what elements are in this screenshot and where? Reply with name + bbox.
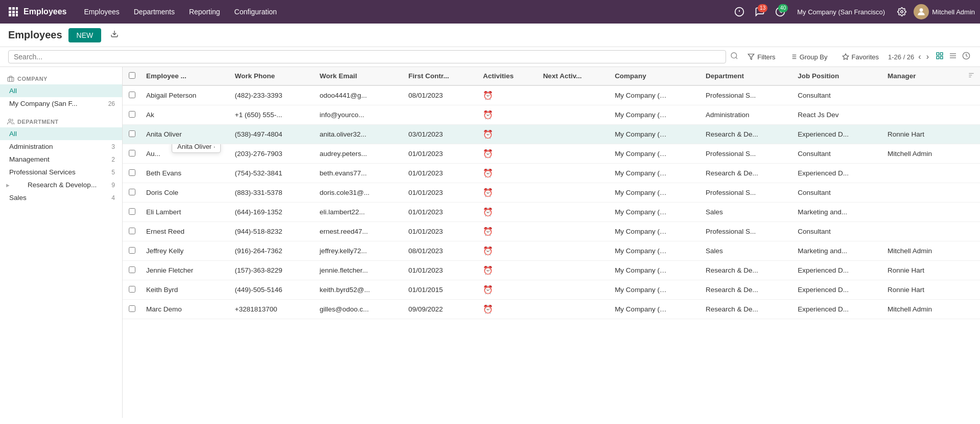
row-checkbox[interactable] [129,189,135,195]
company-section-header: COMPANY [0,72,122,84]
table-row[interactable]: Abigail Peterson (482)-233-3393 odoo4441… [123,85,980,105]
cell-manager [882,222,963,241]
cell-first-contr: 01/01/2023 [403,261,478,280]
row-checkbox[interactable] [129,150,135,157]
cell-activities: ⏰ [478,125,538,144]
cell-employee: Beth Evans [141,164,230,183]
nav-departments[interactable]: Departments [127,0,182,24]
table-row[interactable]: Ernest Reed (944)-518-8232 ernest.reed47… [123,222,980,241]
row-checkbox[interactable] [129,266,135,273]
nav-menu: Employees Departments Reporting Configur… [77,0,731,24]
favorites-button[interactable]: Favorites [837,51,884,63]
cell-dept: Research & De... [701,125,792,144]
search-icon[interactable] [730,52,738,62]
row-checkbox[interactable] [129,247,135,254]
svg-rect-4 [12,11,15,13]
avatar[interactable] [914,4,929,19]
cell-phone: (754)-532-3841 [230,164,315,183]
select-all-checkbox[interactable] [129,72,135,79]
svg-rect-25 [940,53,943,55]
filters-button[interactable]: Filters [742,51,780,63]
cell-first-contr [403,105,478,125]
user-name[interactable]: Mitchell Admin [932,8,975,16]
sidebar-dept-all[interactable]: All [0,127,122,140]
col-adjust[interactable] [963,67,980,85]
sidebar-dept-4[interactable]: Sales 4 [0,191,122,204]
cell-email: ernest.reed47... [314,222,403,241]
cell-next-activity [538,261,610,280]
row-checkbox[interactable] [129,208,135,215]
table-row[interactable]: Beth Evans (754)-532-3841 beth.evans77..… [123,164,980,183]
cell-manager [882,203,963,222]
sidebar-dept-1[interactable]: Management 2 [0,153,122,166]
svg-marker-16 [748,54,754,60]
table-row[interactable]: Ak +1 (650) 555-... info@yourco... ⏰ My … [123,105,980,125]
main-layout: COMPANY All My Company (San F... 26 DEPA… [0,67,980,418]
col-department: Department [701,67,792,85]
cell-company: My Company (… [610,164,701,183]
app-title: Employees [24,7,66,16]
cell-employee: Doris Cole [141,183,230,203]
sidebar-company-my[interactable]: My Company (San F... 26 [0,97,122,110]
search-box[interactable] [8,50,726,63]
cell-job: Consultant [792,183,882,203]
select-all-header[interactable] [123,67,141,85]
search-input[interactable] [14,53,720,61]
table-row[interactable]: Jennie Fletcher (157)-363-8229 jennie.fl… [123,261,980,280]
cell-first-contr: 01/01/2023 [403,222,478,241]
page-title: Employees [8,29,62,41]
svg-rect-6 [9,14,11,16]
support-icon[interactable] [731,3,748,20]
cell-dept: Research & De... [701,164,792,183]
table-row[interactable]: Keith Byrd (449)-505-5146 keith.byrd52@.… [123,280,980,300]
row-checkbox[interactable] [129,130,135,137]
download-button[interactable] [107,28,122,42]
cell-manager [882,183,963,203]
clock-view-icon[interactable] [961,50,972,63]
row-checkbox[interactable] [129,92,135,98]
sidebar-company-all[interactable]: All [0,84,122,97]
prev-page-button[interactable]: ‹ [917,51,922,62]
company-label[interactable]: My Company (San Francisco) [792,8,890,16]
cell-first-contr: 01/01/2023 [403,203,478,222]
sidebar-dept-0[interactable]: Administration 3 [0,140,122,153]
table-row[interactable]: Anita Oliver (538)-497-4804 anita.oliver… [123,125,980,144]
row-checkbox[interactable] [129,286,135,293]
row-checkbox[interactable] [129,111,135,118]
svg-rect-32 [8,77,14,81]
cell-email: beth.evans77... [314,164,403,183]
row-checkbox[interactable] [129,305,135,312]
group-by-button[interactable]: Group By [785,51,833,63]
table-row[interactable]: Marc Demo +3281813700 gilles@odoo.c... 0… [123,300,980,319]
row-checkbox[interactable] [129,169,135,176]
nav-reporting[interactable]: Reporting [182,0,227,24]
settings-icon[interactable] [893,3,911,20]
table-row[interactable]: Doris Cole (883)-331-5378 doris.cole31@.… [123,183,980,203]
cell-employee: Ak [141,105,230,125]
sidebar-dept-2[interactable]: Professional Services 5 [0,166,122,178]
activity-icon[interactable]: 40 [772,3,789,20]
sidebar-dept-3[interactable]: ► Research & Develop... 9 [0,178,122,191]
chat-icon[interactable]: 13 [751,3,768,20]
table-row[interactable]: Jeffrey Kelly (916)-264-7362 jeffrey.kel… [123,241,980,261]
cell-dept: Sales [701,241,792,261]
svg-point-14 [731,53,737,58]
svg-rect-8 [16,14,18,16]
kanban-view-icon[interactable] [934,50,945,63]
new-button[interactable]: NEW [68,28,102,42]
svg-marker-23 [843,54,849,59]
nav-configuration[interactable]: Configuration [227,0,284,24]
cell-company: My Company (… [610,280,701,300]
cell-activities: ⏰ [478,144,538,164]
list-view-icon[interactable] [947,50,959,63]
next-page-button[interactable]: › [925,51,930,62]
table-row[interactable]: Au... Anita Oliver · (203)-276-7903 audr… [123,144,980,164]
cell-manager: Ronnie Hart [882,125,963,144]
row-checkbox[interactable] [129,228,135,234]
nav-employees[interactable]: Employees [77,0,126,24]
grid-menu-icon[interactable] [5,4,21,20]
cell-first-contr: 01/01/2023 [403,183,478,203]
svg-point-12 [920,8,923,12]
cell-phone: +3281813700 [230,300,315,319]
table-row[interactable]: Eli Lambert (644)-169-1352 eli.lambert22… [123,203,980,222]
